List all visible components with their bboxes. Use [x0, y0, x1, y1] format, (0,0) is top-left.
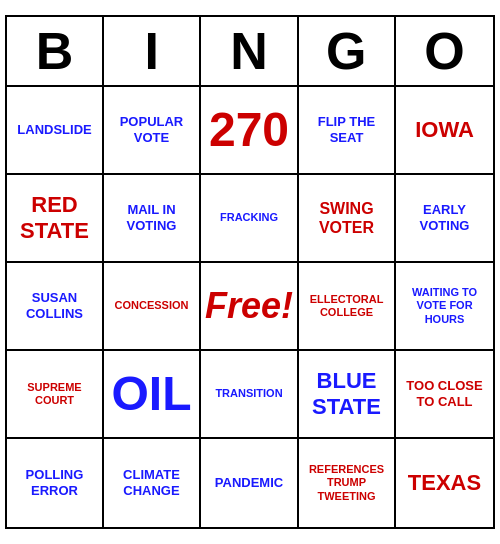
bingo-letter-o: O [396, 17, 493, 85]
bingo-cell-15: SUPREME COURT [7, 351, 104, 439]
bingo-cell-18: BLUE STATE [299, 351, 396, 439]
bingo-letter-g: G [299, 17, 396, 85]
bingo-cell-21: CLIMATE CHANGE [104, 439, 201, 527]
bingo-header: BINGO [7, 17, 493, 87]
cell-text-3: FLIP THE SEAT [303, 114, 390, 145]
cell-text-22: PANDEMIC [215, 475, 283, 491]
cell-text-7: FRACKING [220, 211, 278, 224]
bingo-letter-n: N [201, 17, 298, 85]
bingo-cell-3: FLIP THE SEAT [299, 87, 396, 175]
cell-text-1: POPULAR VOTE [108, 114, 195, 145]
cell-text-20: POLLING ERROR [11, 467, 98, 498]
cell-text-12: Free! [205, 284, 293, 327]
cell-text-17: TRANSITION [215, 387, 282, 400]
bingo-cell-16: OIL [104, 351, 201, 439]
bingo-cell-12: Free! [201, 263, 299, 351]
bingo-cell-24: TEXAS [396, 439, 493, 527]
bingo-cell-14: WAITING TO VOTE FOR HOURS [396, 263, 493, 351]
cell-text-13: ELLECTORAL COLLEGE [303, 293, 390, 319]
cell-text-24: TEXAS [408, 470, 481, 496]
cell-text-19: TOO CLOSE TO CALL [400, 378, 489, 409]
cell-text-6: MAIL IN VOTING [108, 202, 195, 233]
bingo-cell-22: PANDEMIC [201, 439, 299, 527]
bingo-cell-10: SUSAN COLLINS [7, 263, 104, 351]
cell-text-21: CLIMATE CHANGE [108, 467, 195, 498]
bingo-cell-20: POLLING ERROR [7, 439, 104, 527]
bingo-cell-0: LANDSLIDE [7, 87, 104, 175]
bingo-cell-8: SWING VOTER [299, 175, 396, 263]
bingo-cell-13: ELLECTORAL COLLEGE [299, 263, 396, 351]
cell-text-23: REFERENCES TRUMP TWEETING [303, 463, 390, 503]
bingo-cell-6: MAIL IN VOTING [104, 175, 201, 263]
bingo-cell-5: RED STATE [7, 175, 104, 263]
bingo-letter-b: B [7, 17, 104, 85]
bingo-letter-i: I [104, 17, 201, 85]
cell-text-9: EARLY VOTING [400, 202, 489, 233]
cell-text-14: WAITING TO VOTE FOR HOURS [400, 286, 489, 326]
cell-text-18: BLUE STATE [303, 368, 390, 421]
cell-text-5: RED STATE [11, 192, 98, 245]
cell-text-11: CONCESSION [115, 299, 189, 312]
bingo-cell-2: 270 [201, 87, 299, 175]
cell-text-2: 270 [209, 101, 289, 159]
cell-text-10: SUSAN COLLINS [11, 290, 98, 321]
cell-text-0: LANDSLIDE [17, 122, 91, 138]
bingo-cell-19: TOO CLOSE TO CALL [396, 351, 493, 439]
bingo-cell-1: POPULAR VOTE [104, 87, 201, 175]
bingo-cell-23: REFERENCES TRUMP TWEETING [299, 439, 396, 527]
bingo-grid: LANDSLIDEPOPULAR VOTE270FLIP THE SEATIOW… [7, 87, 493, 527]
bingo-cell-9: EARLY VOTING [396, 175, 493, 263]
bingo-cell-11: CONCESSION [104, 263, 201, 351]
bingo-cell-7: FRACKING [201, 175, 299, 263]
bingo-card: BINGO LANDSLIDEPOPULAR VOTE270FLIP THE S… [5, 15, 495, 529]
bingo-cell-4: IOWA [396, 87, 493, 175]
cell-text-4: IOWA [415, 117, 474, 143]
bingo-cell-17: TRANSITION [201, 351, 299, 439]
cell-text-16: OIL [111, 365, 191, 423]
cell-text-8: SWING VOTER [303, 199, 390, 237]
cell-text-15: SUPREME COURT [11, 381, 98, 407]
